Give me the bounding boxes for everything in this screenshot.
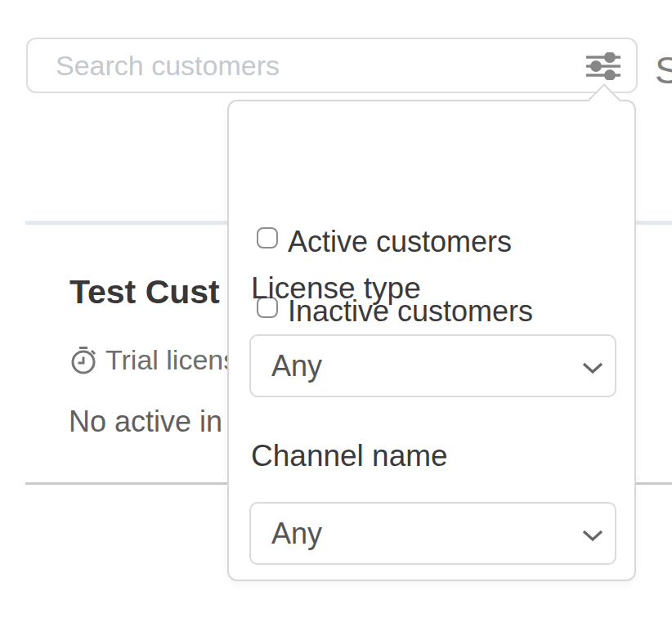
- clipped-right-text: S: [655, 51, 672, 89]
- license-type-text: Trial licens: [105, 344, 237, 376]
- license-row: Trial licens: [69, 344, 237, 376]
- channel-name-label: Channel name: [251, 441, 448, 471]
- active-customers-option[interactable]: Active customers: [257, 226, 512, 258]
- customer-name-heading: Test Cust: [69, 272, 220, 311]
- active-customers-label: Active customers: [288, 226, 512, 258]
- chevron-down-icon: [582, 362, 603, 374]
- filter-button[interactable]: [580, 47, 626, 86]
- customers-screen: S Test Cust Trial licens No active in Ac…: [0, 0, 672, 618]
- timer-icon: [69, 346, 98, 375]
- installations-status-text: No active in: [69, 405, 222, 439]
- license-type-select[interactable]: Any: [249, 334, 616, 397]
- license-type-select-value: Any: [251, 349, 322, 383]
- channel-name-select[interactable]: Any: [249, 502, 616, 565]
- channel-name-select-value: Any: [251, 517, 322, 551]
- filter-popover: Active customers Inactive customers Lice…: [227, 100, 636, 581]
- search-bar: [26, 38, 638, 93]
- chevron-down-icon: [582, 530, 603, 541]
- active-customers-checkbox[interactable]: [257, 227, 278, 249]
- search-input[interactable]: [28, 39, 636, 92]
- license-type-label: License type: [251, 273, 421, 303]
- sliders-icon: [585, 52, 622, 80]
